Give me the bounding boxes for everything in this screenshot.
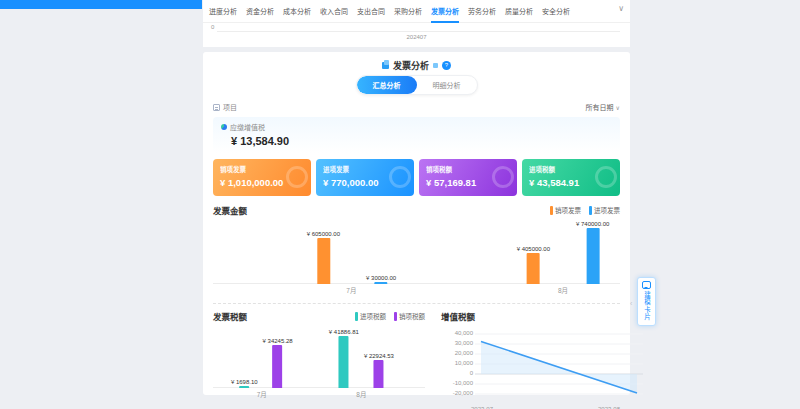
bar-value-label: ¥ 41886.81	[329, 329, 359, 335]
bar-output-invoice-august	[527, 253, 540, 284]
date-filter[interactable]: 所有日期 ∨	[586, 102, 620, 112]
x-category-label: 8月	[558, 284, 568, 296]
bar-group-july: ¥ 605000.00 ¥ 30000.00 7月	[307, 231, 396, 296]
invoice-tax-plot: ¥ 1698.10 ¥ 34245.28 7月	[213, 326, 425, 400]
vat-indicator-icon	[221, 124, 227, 130]
chat-icon	[642, 281, 651, 289]
legend-swatch-icon	[589, 206, 592, 215]
legend-item[interactable]: 销项税额	[394, 311, 425, 321]
legend-label: 进项税额	[360, 311, 386, 321]
coin-emblem-icon	[389, 166, 411, 188]
vat-line-chart-svg	[475, 330, 643, 406]
top-nav-card: 进度分析 资金分析 成本分析 收入合同 支出合同 采购分析 发票分析 劳务分析 …	[203, 0, 630, 47]
bar-input-tax-july	[239, 386, 249, 388]
widget-collapse-arrow[interactable]: ‹	[630, 300, 632, 307]
bar-input-tax-august	[339, 336, 349, 388]
bar-value-label: ¥ 30000.00	[366, 275, 396, 281]
project-filter-label: 项目	[223, 102, 237, 112]
y-tick-label: 0	[470, 370, 473, 376]
kpi-output-tax: 销项税额 ¥ 57,169.81	[419, 159, 517, 196]
coin-emblem-icon	[595, 166, 617, 188]
invoice-amount-legend: 销项发票 进项发票	[550, 205, 620, 215]
bar-value-label: ¥ 1698.10	[231, 379, 258, 385]
bottom-charts-row: 发票税额 进项税额 销项税额	[203, 304, 630, 409]
bar-value-label: ¥ 740000.00	[576, 221, 609, 227]
kpi-input-tax: 进项税额 ¥ 43,584.91	[522, 159, 620, 196]
bar-value-label: ¥ 405000.00	[517, 246, 550, 252]
page: 进度分析 资金分析 成本分析 收入合同 支出合同 采购分析 发票分析 劳务分析 …	[0, 0, 800, 409]
date-filter-value: 所有日期	[586, 102, 614, 112]
invoice-analysis-card: 发票分析 ? 汇总分析 明细分析 项目 所有日期 ∨ 应缴增值税	[203, 52, 630, 395]
tab-expenditure-contract[interactable]: 支出合同	[357, 0, 385, 23]
help-icon[interactable]: ?	[442, 61, 451, 70]
legend-label: 销项税额	[399, 311, 425, 321]
vat-summary-panel: 应缴增值税 ¥ 13,584.90	[213, 117, 620, 153]
kpi-output-invoice: 销项发票 ¥ 1,010,000.00	[213, 159, 311, 196]
bar-output-tax-august	[374, 360, 384, 388]
bar-value-label: ¥ 605000.00	[307, 231, 340, 237]
x-category-label: 7月	[257, 388, 267, 400]
coin-emblem-icon	[286, 166, 308, 188]
bar-input-invoice-july	[375, 282, 388, 284]
vat-payable-value: ¥ 13,584.90	[231, 135, 612, 147]
tab-progress-analysis[interactable]: 进度分析	[209, 0, 237, 23]
legend-label: 销项发票	[555, 205, 581, 215]
y-tick-label: 20,000	[455, 350, 473, 356]
chevron-down-icon: ∨	[616, 104, 620, 111]
y-tick-label: 10,000	[455, 360, 473, 366]
chevron-down-icon[interactable]: ∨	[618, 4, 624, 13]
partial-chart-x-tick: 202407	[203, 34, 630, 40]
invoice-tax-legend: 进项税额 销项税额	[355, 311, 425, 321]
y-tick-label: -20,000	[453, 390, 473, 396]
invoice-tax-title: 发票税额	[213, 310, 247, 322]
tab-cost-analysis[interactable]: 成本分析	[283, 0, 311, 23]
modeling-card-label: 建模卡片	[642, 291, 652, 321]
bar-value-label: ¥ 22924.53	[364, 353, 394, 359]
legend-swatch-icon	[355, 312, 358, 321]
kpi-card-row: 销项发票 ¥ 1,010,000.00 进项发票 ¥ 770,000.00 销项…	[203, 153, 630, 196]
modeling-card-widget[interactable]: 建模卡片	[637, 277, 656, 326]
vat-amount-section: 增值税额 40,00030,00020,00010,0000-10,000-20…	[425, 310, 620, 409]
partial-chart-y-tick: 0	[211, 24, 214, 30]
legend-swatch-icon	[550, 206, 553, 215]
tab-quality-analysis[interactable]: 质量分析	[505, 0, 533, 23]
x-category-label: 8月	[356, 388, 366, 400]
partial-chart-remnant: 0 202407	[203, 23, 630, 46]
tab-funds-analysis[interactable]: 资金分析	[246, 0, 274, 23]
legend-item[interactable]: 进项发票	[589, 205, 620, 215]
filter-bar: 项目 所有日期 ∨	[203, 95, 630, 112]
analysis-tab-bar: 进度分析 资金分析 成本分析 收入合同 支出合同 采购分析 发票分析 劳务分析 …	[203, 0, 630, 23]
project-filter[interactable]: 项目	[213, 102, 237, 112]
x-category-label: 7月	[346, 284, 356, 296]
tab-procurement-analysis[interactable]: 采购分析	[394, 0, 422, 23]
tab-invoice-analysis[interactable]: 发票分析	[431, 0, 459, 23]
analysis-mode-toggle: 汇总分析 明细分析	[356, 75, 478, 95]
legend-item[interactable]: 销项发票	[550, 205, 581, 215]
legend-label: 进项发票	[594, 205, 620, 215]
kpi-input-invoice: 进项发票 ¥ 770,000.00	[316, 159, 414, 196]
coin-emblem-icon	[492, 166, 514, 188]
bar-group-august: ¥ 405000.00 ¥ 740000.00 8月	[517, 221, 610, 296]
tab-labor-analysis[interactable]: 劳务分析	[468, 0, 496, 23]
vat-amount-title: 增值税额	[441, 310, 475, 322]
tab-income-contract[interactable]: 收入合同	[320, 0, 348, 23]
sidebar-top-bar	[0, 0, 202, 9]
invoice-tax-section: 发票税额 进项税额 销项税额	[213, 310, 425, 409]
toggle-summary-analysis[interactable]: 汇总分析	[357, 76, 417, 94]
bar-group-august: ¥ 41886.81 ¥ 22924.53 8月	[329, 329, 394, 400]
analysis-mode-toggle-row: 汇总分析 明细分析	[203, 75, 630, 95]
invoice-amount-title: 发票金额	[213, 204, 247, 216]
bar-output-invoice-july	[317, 238, 330, 284]
tab-safety-analysis[interactable]: 安全分析	[542, 0, 570, 23]
bar-input-invoice-august	[586, 228, 599, 284]
project-icon	[213, 104, 220, 111]
card-header: 发票分析 ?	[203, 52, 630, 72]
y-tick-label: -10,000	[453, 380, 473, 386]
vat-line-chart: 40,00030,00020,00010,0000-10,000-20,000 …	[441, 324, 620, 409]
partial-chart-gridline	[217, 31, 620, 32]
page-title: 发票分析	[393, 59, 429, 72]
vat-payable-label: 应缴增值税	[230, 122, 265, 132]
legend-item[interactable]: 进项税额	[355, 311, 386, 321]
invoice-amount-plot: ¥ 605000.00 ¥ 30000.00 7月 ¥ 405000.00	[213, 220, 620, 296]
toggle-detail-analysis[interactable]: 明细分析	[417, 76, 477, 94]
